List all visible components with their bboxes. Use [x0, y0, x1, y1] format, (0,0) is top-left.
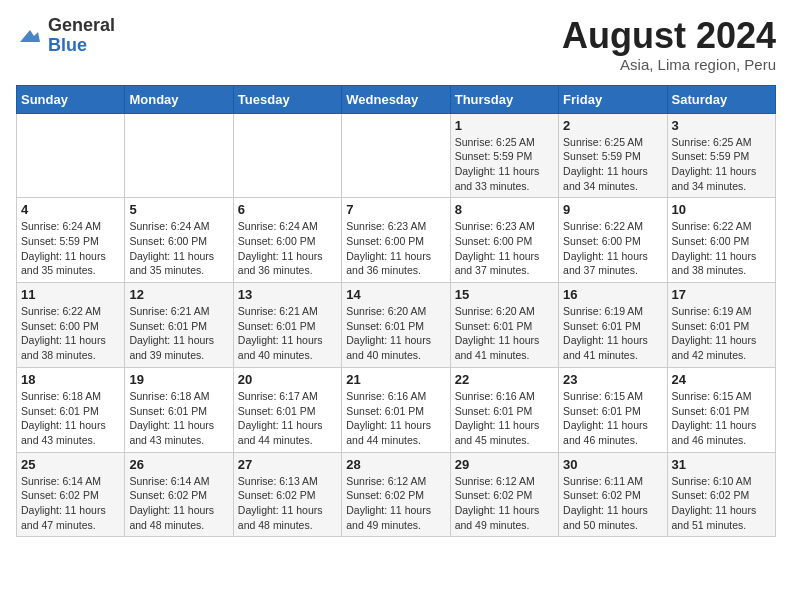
calendar-cell: 5Sunrise: 6:24 AMSunset: 6:00 PMDaylight… — [125, 198, 233, 283]
svg-marker-1 — [20, 30, 40, 42]
title-block: August 2024 Asia, Lima region, Peru — [562, 16, 776, 73]
day-info: Sunrise: 6:19 AMSunset: 6:01 PMDaylight:… — [563, 304, 662, 363]
calendar-cell: 12Sunrise: 6:21 AMSunset: 6:01 PMDayligh… — [125, 283, 233, 368]
day-info: Sunrise: 6:22 AMSunset: 6:00 PMDaylight:… — [563, 219, 662, 278]
day-number: 9 — [563, 202, 662, 217]
day-number: 5 — [129, 202, 228, 217]
day-info: Sunrise: 6:16 AMSunset: 6:01 PMDaylight:… — [346, 389, 445, 448]
calendar-cell: 17Sunrise: 6:19 AMSunset: 6:01 PMDayligh… — [667, 283, 775, 368]
calendar-cell: 13Sunrise: 6:21 AMSunset: 6:01 PMDayligh… — [233, 283, 341, 368]
week-row-1: 1Sunrise: 6:25 AMSunset: 5:59 PMDaylight… — [17, 113, 776, 198]
week-row-4: 18Sunrise: 6:18 AMSunset: 6:01 PMDayligh… — [17, 367, 776, 452]
day-number: 26 — [129, 457, 228, 472]
day-info: Sunrise: 6:22 AMSunset: 6:00 PMDaylight:… — [672, 219, 771, 278]
calendar-cell: 11Sunrise: 6:22 AMSunset: 6:00 PMDayligh… — [17, 283, 125, 368]
day-info: Sunrise: 6:15 AMSunset: 6:01 PMDaylight:… — [672, 389, 771, 448]
day-number: 28 — [346, 457, 445, 472]
calendar-cell: 22Sunrise: 6:16 AMSunset: 6:01 PMDayligh… — [450, 367, 558, 452]
day-number: 24 — [672, 372, 771, 387]
day-number: 4 — [21, 202, 120, 217]
calendar-cell: 29Sunrise: 6:12 AMSunset: 6:02 PMDayligh… — [450, 452, 558, 537]
calendar-cell: 7Sunrise: 6:23 AMSunset: 6:00 PMDaylight… — [342, 198, 450, 283]
weekday-header-monday: Monday — [125, 85, 233, 113]
weekday-header-thursday: Thursday — [450, 85, 558, 113]
day-number: 11 — [21, 287, 120, 302]
day-info: Sunrise: 6:22 AMSunset: 6:00 PMDaylight:… — [21, 304, 120, 363]
day-info: Sunrise: 6:20 AMSunset: 6:01 PMDaylight:… — [455, 304, 554, 363]
day-info: Sunrise: 6:12 AMSunset: 6:02 PMDaylight:… — [455, 474, 554, 533]
day-number: 18 — [21, 372, 120, 387]
calendar-cell: 27Sunrise: 6:13 AMSunset: 6:02 PMDayligh… — [233, 452, 341, 537]
day-number: 22 — [455, 372, 554, 387]
logo: General Blue — [16, 16, 115, 56]
day-info: Sunrise: 6:25 AMSunset: 5:59 PMDaylight:… — [455, 135, 554, 194]
day-number: 15 — [455, 287, 554, 302]
day-info: Sunrise: 6:18 AMSunset: 6:01 PMDaylight:… — [129, 389, 228, 448]
day-info: Sunrise: 6:17 AMSunset: 6:01 PMDaylight:… — [238, 389, 337, 448]
day-number: 10 — [672, 202, 771, 217]
day-number: 21 — [346, 372, 445, 387]
day-info: Sunrise: 6:19 AMSunset: 6:01 PMDaylight:… — [672, 304, 771, 363]
page-header: General Blue August 2024 Asia, Lima regi… — [16, 16, 776, 73]
logo-blue-text: Blue — [48, 36, 115, 56]
weekday-header-wednesday: Wednesday — [342, 85, 450, 113]
week-row-2: 4Sunrise: 6:24 AMSunset: 5:59 PMDaylight… — [17, 198, 776, 283]
calendar-cell: 15Sunrise: 6:20 AMSunset: 6:01 PMDayligh… — [450, 283, 558, 368]
calendar-cell: 28Sunrise: 6:12 AMSunset: 6:02 PMDayligh… — [342, 452, 450, 537]
day-info: Sunrise: 6:13 AMSunset: 6:02 PMDaylight:… — [238, 474, 337, 533]
day-info: Sunrise: 6:21 AMSunset: 6:01 PMDaylight:… — [129, 304, 228, 363]
region-subtitle: Asia, Lima region, Peru — [562, 56, 776, 73]
day-number: 6 — [238, 202, 337, 217]
day-info: Sunrise: 6:21 AMSunset: 6:01 PMDaylight:… — [238, 304, 337, 363]
week-row-3: 11Sunrise: 6:22 AMSunset: 6:00 PMDayligh… — [17, 283, 776, 368]
day-number: 29 — [455, 457, 554, 472]
day-info: Sunrise: 6:18 AMSunset: 6:01 PMDaylight:… — [21, 389, 120, 448]
day-info: Sunrise: 6:15 AMSunset: 6:01 PMDaylight:… — [563, 389, 662, 448]
calendar-cell — [233, 113, 341, 198]
calendar-cell — [125, 113, 233, 198]
logo-general-text: General — [48, 16, 115, 36]
calendar-cell — [342, 113, 450, 198]
calendar-cell: 24Sunrise: 6:15 AMSunset: 6:01 PMDayligh… — [667, 367, 775, 452]
day-info: Sunrise: 6:25 AMSunset: 5:59 PMDaylight:… — [672, 135, 771, 194]
calendar-cell: 19Sunrise: 6:18 AMSunset: 6:01 PMDayligh… — [125, 367, 233, 452]
day-number: 12 — [129, 287, 228, 302]
day-info: Sunrise: 6:16 AMSunset: 6:01 PMDaylight:… — [455, 389, 554, 448]
calendar-cell: 30Sunrise: 6:11 AMSunset: 6:02 PMDayligh… — [559, 452, 667, 537]
day-info: Sunrise: 6:10 AMSunset: 6:02 PMDaylight:… — [672, 474, 771, 533]
day-number: 23 — [563, 372, 662, 387]
day-number: 17 — [672, 287, 771, 302]
calendar-cell: 21Sunrise: 6:16 AMSunset: 6:01 PMDayligh… — [342, 367, 450, 452]
calendar-cell: 25Sunrise: 6:14 AMSunset: 6:02 PMDayligh… — [17, 452, 125, 537]
calendar-cell: 20Sunrise: 6:17 AMSunset: 6:01 PMDayligh… — [233, 367, 341, 452]
day-info: Sunrise: 6:14 AMSunset: 6:02 PMDaylight:… — [129, 474, 228, 533]
day-number: 13 — [238, 287, 337, 302]
day-info: Sunrise: 6:24 AMSunset: 6:00 PMDaylight:… — [129, 219, 228, 278]
day-number: 14 — [346, 287, 445, 302]
calendar-cell: 26Sunrise: 6:14 AMSunset: 6:02 PMDayligh… — [125, 452, 233, 537]
calendar-cell: 6Sunrise: 6:24 AMSunset: 6:00 PMDaylight… — [233, 198, 341, 283]
day-number: 7 — [346, 202, 445, 217]
calendar-cell: 14Sunrise: 6:20 AMSunset: 6:01 PMDayligh… — [342, 283, 450, 368]
month-year-title: August 2024 — [562, 16, 776, 56]
calendar-cell — [17, 113, 125, 198]
day-number: 20 — [238, 372, 337, 387]
weekday-header-saturday: Saturday — [667, 85, 775, 113]
day-number: 3 — [672, 118, 771, 133]
weekday-header-row: SundayMondayTuesdayWednesdayThursdayFrid… — [17, 85, 776, 113]
calendar-cell: 1Sunrise: 6:25 AMSunset: 5:59 PMDaylight… — [450, 113, 558, 198]
day-info: Sunrise: 6:20 AMSunset: 6:01 PMDaylight:… — [346, 304, 445, 363]
calendar-cell: 23Sunrise: 6:15 AMSunset: 6:01 PMDayligh… — [559, 367, 667, 452]
calendar-cell: 16Sunrise: 6:19 AMSunset: 6:01 PMDayligh… — [559, 283, 667, 368]
calendar-cell: 3Sunrise: 6:25 AMSunset: 5:59 PMDaylight… — [667, 113, 775, 198]
day-number: 31 — [672, 457, 771, 472]
day-info: Sunrise: 6:25 AMSunset: 5:59 PMDaylight:… — [563, 135, 662, 194]
weekday-header-friday: Friday — [559, 85, 667, 113]
day-number: 30 — [563, 457, 662, 472]
week-row-5: 25Sunrise: 6:14 AMSunset: 6:02 PMDayligh… — [17, 452, 776, 537]
day-info: Sunrise: 6:24 AMSunset: 5:59 PMDaylight:… — [21, 219, 120, 278]
calendar-cell: 31Sunrise: 6:10 AMSunset: 6:02 PMDayligh… — [667, 452, 775, 537]
day-info: Sunrise: 6:11 AMSunset: 6:02 PMDaylight:… — [563, 474, 662, 533]
calendar-cell: 8Sunrise: 6:23 AMSunset: 6:00 PMDaylight… — [450, 198, 558, 283]
calendar-cell: 9Sunrise: 6:22 AMSunset: 6:00 PMDaylight… — [559, 198, 667, 283]
